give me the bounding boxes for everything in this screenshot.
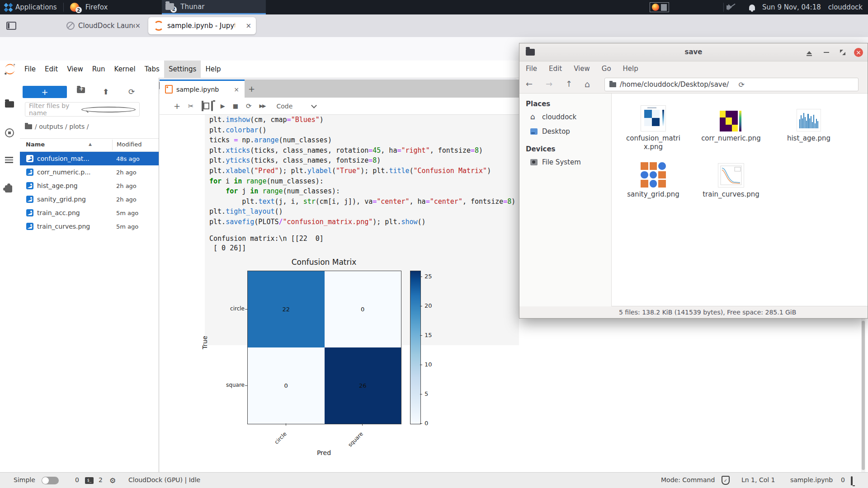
close-icon[interactable]: × <box>854 48 863 57</box>
jupyter-logo <box>4 63 16 75</box>
jupyter-menu-file[interactable]: File <box>20 61 40 78</box>
table-of-contents-icon[interactable] <box>5 155 13 164</box>
jupyter-menu-tabs[interactable]: Tabs <box>140 61 164 78</box>
thunar-menu-edit[interactable]: Edit <box>549 65 562 73</box>
up-icon[interactable]: ↑ <box>566 79 572 89</box>
new-launcher-button[interactable]: + <box>23 86 67 98</box>
code-line: plt.text(j, i, str(cm[i, j]), va="center… <box>209 197 515 207</box>
file-row[interactable]: train_curves.png5m ago <box>20 220 159 233</box>
bell-icon[interactable] <box>851 476 853 485</box>
shade-icon[interactable] <box>805 48 813 56</box>
file-row[interactable]: corr_numeric.p...2h ago <box>20 165 159 179</box>
thunar-menu-file[interactable]: File <box>526 65 537 73</box>
column-modified[interactable]: Modified <box>117 141 142 148</box>
jupyter-menu-settings[interactable]: Settings <box>164 61 201 78</box>
file-thumbnail-shapes <box>619 158 687 188</box>
jupyter-menu-edit[interactable]: Edit <box>40 61 62 78</box>
thunar-file-item[interactable]: hist_age.png <box>775 102 843 143</box>
user-menu[interactable]: clouddock <box>825 0 868 14</box>
thunar-file-item[interactable]: corr_numeric.png <box>697 102 765 143</box>
browser-tab-clouddock[interactable]: CloudDock Launcher × <box>61 17 145 34</box>
command-mode-indicator[interactable]: Mode: Command <box>661 476 715 483</box>
colorbar-tick-mark <box>420 277 422 277</box>
jupyter-menu-run[interactable]: Run <box>88 61 110 78</box>
jupyter-menu-view[interactable]: View <box>62 61 88 78</box>
add-tab-icon[interactable]: + <box>248 84 255 94</box>
thunar-file-item[interactable]: train_curves.png <box>697 158 765 199</box>
add-cell-icon[interactable]: + <box>174 101 180 111</box>
reload-icon[interactable]: ⟳ <box>739 80 854 89</box>
notebook-tab[interactable]: sample.ipynb × <box>160 80 245 98</box>
terminal-count[interactable]: 0 <box>75 476 79 483</box>
audio-muted-icon[interactable] <box>726 4 745 11</box>
browser-tab-jupyter[interactable]: sample.ipynb - Jupyter × <box>148 17 256 34</box>
forward-icon[interactable]: → <box>546 79 552 89</box>
back-icon[interactable]: ← <box>526 79 533 89</box>
gear-icon[interactable]: ⚙ <box>109 476 116 485</box>
run-all-icon[interactable]: ▶▶ <box>259 103 265 109</box>
column-name[interactable]: Name <box>26 141 45 148</box>
minimize-icon[interactable] <box>822 48 830 56</box>
jupyter-menu-help[interactable]: Help <box>201 61 225 78</box>
jupyter-menu-kernel[interactable]: Kernel <box>110 61 140 78</box>
file-thumbnail-curves <box>697 158 765 188</box>
thunar-titlebar[interactable]: save × <box>519 43 868 61</box>
jupyterlab-file-browser: + ⬆ ⟳ Filter files by name / outputs / p… <box>20 78 159 472</box>
run-icon[interactable]: ▶ <box>221 103 225 109</box>
copy-icon[interactable] <box>202 102 203 110</box>
cell-type-select[interactable]: Code <box>276 103 292 110</box>
taskbar-firefox[interactable]: 2 Firefox <box>66 0 112 14</box>
kernel-count[interactable]: 2 <box>99 476 103 483</box>
restore-icon[interactable] <box>839 48 847 56</box>
new-folder-icon[interactable] <box>77 87 85 93</box>
thunar-file-item[interactable]: sanity_grid.png <box>619 158 687 199</box>
tab-close-icon[interactable]: × <box>234 86 239 93</box>
cursor-position[interactable]: Ln 1, Col 1 <box>741 476 775 483</box>
stop-icon[interactable]: ■ <box>233 103 238 109</box>
thunar-menu-help[interactable]: Help <box>623 65 638 73</box>
colorbar-tick-mark <box>420 306 422 306</box>
notification-count[interactable]: 0 <box>841 476 845 483</box>
tray-app-icon[interactable] <box>661 4 667 11</box>
thunar-file-item[interactable]: confusion_matrix.png <box>619 102 687 151</box>
thunar-file-pane[interactable]: confusion_matrix.pngcorr_numeric.pnghist… <box>612 94 868 306</box>
file-modified: 5m ago <box>116 223 159 230</box>
thunar-menu-view[interactable]: View <box>574 65 590 73</box>
tray-firefox-icon[interactable] <box>652 4 659 11</box>
tab-close-icon[interactable]: × <box>245 22 251 30</box>
breadcrumb[interactable]: / outputs / plots / <box>25 123 89 130</box>
extension-manager-icon[interactable] <box>5 185 12 192</box>
sidebar-item-file-system[interactable]: File System <box>519 155 611 169</box>
sidebar-item-clouddock[interactable]: ⌂clouddock <box>519 110 611 124</box>
running-sessions-icon[interactable] <box>5 128 14 137</box>
filter-files-input[interactable]: Filter files by name <box>25 102 140 117</box>
kernel-status[interactable]: CloudDock (GPU) | Idle <box>128 476 200 483</box>
file-browser-tab-icon[interactable] <box>5 101 14 108</box>
file-row[interactable]: confusion_mat...48s ago <box>20 152 159 165</box>
clock[interactable]: Sun 9 Nov, 04:18 <box>759 0 825 14</box>
scrollbar-thumb[interactable] <box>862 321 865 470</box>
notifications-bell-icon[interactable] <box>745 0 759 14</box>
file-list-header[interactable]: Name ▲ Modified <box>20 138 159 152</box>
simple-mode-toggle[interactable] <box>42 477 59 484</box>
colorbar-tick-label: 0 <box>425 420 428 427</box>
file-row[interactable]: train_acc.png5m ago <box>20 206 159 220</box>
tab-close-icon[interactable]: × <box>135 22 141 30</box>
system-tray[interactable] <box>650 2 669 12</box>
file-row[interactable]: sanity_grid.png2h ago <box>20 192 159 206</box>
upload-icon[interactable]: ⬆ <box>103 87 109 96</box>
home-icon[interactable]: ⌂ <box>585 79 590 89</box>
applications-menu[interactable]: Applications <box>0 0 61 14</box>
jupyterlab-status-bar: Simple 0 $_ 2 ⚙ CloudDock (GPU) | Idle M… <box>0 472 868 488</box>
notebook-content[interactable]: plt.imshow(cm, cmap="Blues")plt.colorbar… <box>160 115 519 472</box>
thunar-menu-go[interactable]: Go <box>602 65 611 73</box>
taskbar-thunar[interactable]: 2 Thunar <box>162 0 266 14</box>
path-bar[interactable]: /home/clouddock/Desktop/save/ ⟳ <box>604 78 859 91</box>
sidebar-item-desktop[interactable]: Desktop <box>519 124 611 139</box>
refresh-icon[interactable]: ⟳ <box>128 87 135 96</box>
paste-icon[interactable] <box>211 102 213 110</box>
tab-overview-icon[interactable] <box>6 22 16 30</box>
cut-icon[interactable]: ✂ <box>188 102 194 110</box>
file-row[interactable]: hist_age.png2h ago <box>20 179 159 192</box>
restart-icon[interactable]: ⟳ <box>246 102 252 110</box>
